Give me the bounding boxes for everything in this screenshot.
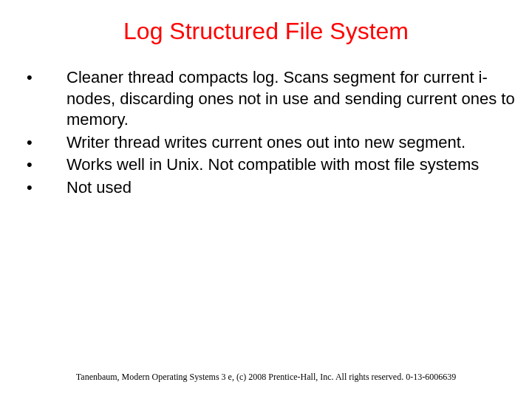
bullet-text: Cleaner thread compacts log. Scans segme… (66, 67, 517, 131)
list-item: • Not used (22, 177, 517, 199)
page-title: Log Structured File System (0, 0, 532, 67)
list-item: • Cleaner thread compacts log. Scans seg… (22, 67, 517, 131)
bullet-marker: • (22, 132, 66, 154)
list-item: • Writer thread writes current ones out … (22, 132, 517, 154)
bullet-text: Not used (66, 177, 517, 199)
bullet-text: Works well in Unix. Not compatible with … (66, 154, 517, 176)
list-item: • Works well in Unix. Not compatible wit… (22, 154, 517, 176)
bullet-marker: • (22, 154, 66, 176)
bullet-list: • Cleaner thread compacts log. Scans seg… (0, 67, 532, 199)
bullet-marker: • (22, 67, 66, 89)
bullet-text: Writer thread writes current ones out in… (66, 132, 517, 154)
footer-citation: Tanenbaum, Modern Operating Systems 3 e,… (0, 372, 532, 383)
bullet-marker: • (22, 177, 66, 199)
